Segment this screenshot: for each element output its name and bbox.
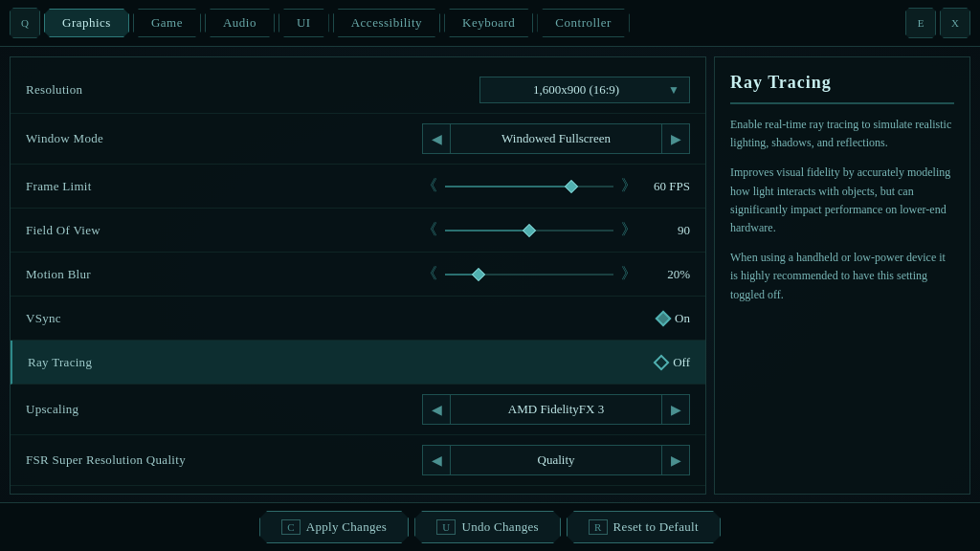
fov-label: Field Of View <box>26 223 236 238</box>
fov-slider: 《 》 90 <box>422 220 690 240</box>
frame-limit-decrease[interactable]: 《 <box>422 176 437 196</box>
top-nav: Q Graphics Game Audio UI Accessibility K… <box>0 0 980 47</box>
apply-key: C <box>281 519 301 535</box>
info-paragraph-3: When using a handheld or low-power devic… <box>730 249 954 304</box>
ray-tracing-row: Ray Tracing Off <box>11 341 705 385</box>
vsync-toggle[interactable]: On <box>657 311 690 326</box>
fov-control: 《 》 90 <box>236 220 690 240</box>
upscaling-next[interactable]: ▶ <box>661 394 690 425</box>
fov-increase[interactable]: 》 <box>621 220 636 240</box>
main-container: Q Graphics Game Audio UI Accessibility K… <box>0 0 980 551</box>
settings-panel: Resolution 1,600x900 (16:9) ▼ Window Mod… <box>10 56 706 495</box>
fov-row: Field Of View 《 》 90 <box>11 209 705 253</box>
motion-blur-control: 《 》 20% <box>236 264 690 284</box>
ray-tracing-value: Off <box>673 355 690 370</box>
frame-limit-increase[interactable]: 》 <box>621 176 636 196</box>
motion-blur-decrease[interactable]: 《 <box>422 264 437 284</box>
ray-tracing-label: Ray Tracing <box>28 355 238 370</box>
vsync-row: VSync On <box>11 297 705 341</box>
info-title: Ray Tracing <box>730 73 954 104</box>
fsr-quality-value: Quality <box>451 445 661 475</box>
reset-default-button[interactable]: R Reset to Default <box>567 511 721 543</box>
frame-limit-track[interactable] <box>445 186 613 187</box>
frame-limit-control: 《 》 60 FPS <box>236 176 690 196</box>
apply-changes-button[interactable]: C Apply Changes <box>259 511 409 543</box>
motion-blur-thumb[interactable] <box>472 267 485 280</box>
motion-blur-increase[interactable]: 》 <box>621 264 636 284</box>
upscaling-value: AMD FidelityFX 3 <box>451 394 661 425</box>
tab-audio[interactable]: Audio <box>205 9 275 37</box>
frame-limit-thumb[interactable] <box>565 179 578 192</box>
vsync-label: VSync <box>26 311 236 326</box>
ray-tracing-toggle[interactable]: Off <box>656 355 690 370</box>
motion-blur-value: 20% <box>644 267 690 282</box>
motion-blur-track[interactable] <box>445 274 613 276</box>
motion-blur-row: Motion Blur 《 》 20% <box>11 253 705 297</box>
upscaling-control: ◀ AMD FidelityFX 3 ▶ <box>236 394 690 425</box>
close-button[interactable]: X <box>940 8 970 38</box>
upscaling-cycle: ◀ AMD FidelityFX 3 ▶ <box>422 394 690 425</box>
window-mode-control: ◀ Windowed Fullscreen ▶ <box>236 123 690 154</box>
nav-left-icon[interactable]: Q <box>10 8 40 38</box>
fsr-quality-next[interactable]: ▶ <box>661 445 690 475</box>
dropdown-arrow-icon: ▼ <box>668 83 679 98</box>
resolution-value: 1,600x900 (16:9) <box>490 82 662 98</box>
vsync-value: On <box>675 311 690 326</box>
info-paragraph-2: Improves visual fidelity by accurately m… <box>730 164 954 237</box>
fov-thumb[interactable] <box>523 223 536 236</box>
ray-tracing-diamond-icon <box>654 354 670 370</box>
tab-game[interactable]: Game <box>133 9 201 37</box>
resolution-control: 1,600x900 (16:9) ▼ <box>236 77 690 103</box>
upscaling-label: Upscaling <box>26 402 236 417</box>
fov-value: 90 <box>644 223 690 238</box>
window-mode-row: Window Mode ◀ Windowed Fullscreen ▶ <box>11 114 705 165</box>
upscaling-prev[interactable]: ◀ <box>422 394 451 425</box>
fov-decrease[interactable]: 《 <box>422 220 437 240</box>
reset-key: R <box>589 519 608 535</box>
resolution-row: Resolution 1,600x900 (16:9) ▼ <box>11 67 705 114</box>
reset-label: Reset to Default <box>613 519 699 535</box>
upscaling-row: Upscaling ◀ AMD FidelityFX 3 ▶ <box>11 385 705 435</box>
fsr-quality-prev[interactable]: ◀ <box>422 445 451 475</box>
window-mode-value: Windowed Fullscreen <box>451 123 661 154</box>
motion-blur-slider: 《 》 20% <box>422 264 690 284</box>
motion-blur-label: Motion Blur <box>26 267 236 282</box>
frame-limit-label: Frame Limit <box>26 179 236 194</box>
fsr-quality-label: FSR Super Resolution Quality <box>26 452 236 468</box>
apply-label: Apply Changes <box>306 519 387 535</box>
fov-track[interactable] <box>445 230 613 231</box>
undo-key: U <box>436 519 456 535</box>
vsync-control: On <box>236 311 690 326</box>
resolution-dropdown[interactable]: 1,600x900 (16:9) ▼ <box>479 77 690 103</box>
ray-tracing-control: Off <box>238 355 690 370</box>
fsr-quality-row: FSR Super Resolution Quality ◀ Quality ▶ <box>11 435 705 486</box>
window-mode-next[interactable]: ▶ <box>661 123 690 154</box>
frame-limit-slider: 《 》 60 FPS <box>422 176 690 196</box>
window-mode-cycle: ◀ Windowed Fullscreen ▶ <box>422 123 690 154</box>
fsr-quality-control: ◀ Quality ▶ <box>236 445 690 475</box>
undo-changes-button[interactable]: U Undo Changes <box>414 511 561 543</box>
vsync-diamond-icon <box>656 310 672 326</box>
nav-right-icon[interactable]: E <box>905 8 936 38</box>
tab-graphics[interactable]: Graphics <box>44 9 129 37</box>
tab-accessibility[interactable]: Accessibility <box>333 9 440 37</box>
frame-limit-row: Frame Limit 《 》 60 FPS <box>11 165 705 209</box>
bottom-bar: C Apply Changes U Undo Changes R Reset t… <box>0 502 980 551</box>
undo-label: Undo Changes <box>461 519 539 535</box>
tab-ui[interactable]: UI <box>278 9 329 37</box>
fsr-quality-cycle: ◀ Quality ▶ <box>422 445 690 475</box>
info-paragraph-1: Enable real-time ray tracing to simulate… <box>730 116 954 152</box>
content-area: Resolution 1,600x900 (16:9) ▼ Window Mod… <box>0 47 980 502</box>
info-panel: Ray Tracing Enable real-time ray tracing… <box>714 56 970 495</box>
fsr-sharpness-row: FSR Sharpness 《 》 0% <box>11 486 705 495</box>
window-mode-prev[interactable]: ◀ <box>422 123 451 154</box>
frame-limit-value: 60 FPS <box>644 179 690 194</box>
resolution-label: Resolution <box>26 82 236 98</box>
window-mode-label: Window Mode <box>26 131 236 146</box>
tab-keyboard[interactable]: Keyboard <box>444 9 533 37</box>
tab-controller[interactable]: Controller <box>537 9 629 37</box>
